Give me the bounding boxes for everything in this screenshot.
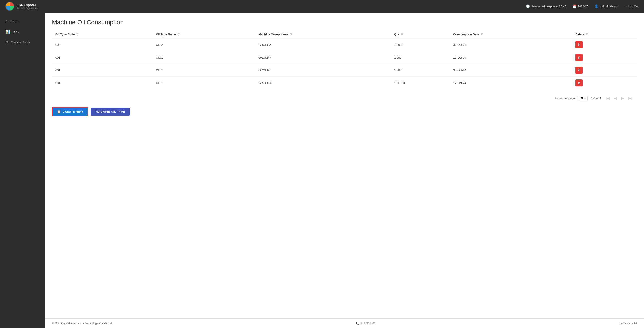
cell-machine-group-name: GROUP2	[255, 38, 391, 51]
create-new-icon: 📋	[57, 110, 61, 113]
logout-label: Log Out	[628, 5, 639, 8]
logo-title: ERP Crystal	[16, 3, 39, 7]
table-row: 001 OIL 1 GROUP 4 100.000 17-Oct-24 🗑	[52, 77, 637, 89]
footer-phone: 9867357300	[360, 322, 376, 325]
col-header-delete: Delete ▽	[572, 30, 637, 38]
footer-tagline: Software is Art	[620, 322, 637, 325]
col-header-oil-type-code: Oil Type Code ▽	[52, 30, 152, 38]
cell-consumption-date: 30-Oct-24	[450, 38, 572, 51]
sidebar-item-label-system-tools: System Tools	[11, 40, 30, 44]
user-label: udit_dprdemo	[600, 5, 618, 8]
gear-icon: ⚙	[5, 40, 8, 44]
logo-icon	[5, 2, 14, 11]
cell-qty: 1.000	[391, 64, 450, 77]
cell-delete: 🗑	[572, 51, 637, 64]
filter-icon-qty[interactable]: ▽	[401, 33, 403, 36]
phone-icon: 📞	[356, 322, 359, 325]
table-row: 002 OIL 2 GROUP2 10.000 30-Oct-24 🗑	[52, 38, 637, 51]
prev-page-button[interactable]: ◀	[613, 95, 618, 101]
cell-oil-type-name: OIL 1	[152, 51, 255, 64]
app-body: ⌂ Prism 📊 DPR ⚙ System Tools Machine Oil…	[0, 12, 644, 328]
cell-oil-type-code: 002	[52, 38, 152, 51]
year-info: 📅 2024-25	[573, 4, 588, 8]
sidebar-item-label-dpr: DPR	[12, 30, 19, 33]
filter-icon-consumption-date[interactable]: ▽	[481, 33, 482, 36]
user-icon: 👤	[594, 4, 598, 8]
year-label: 2024-25	[578, 5, 588, 8]
first-page-button[interactable]: |◀	[605, 95, 611, 101]
col-header-machine-group-name: Machine Group Name ▽	[255, 30, 391, 38]
cell-oil-type-code: 001	[52, 51, 152, 64]
session-info: 🕐 Session will expire at 20:43	[526, 4, 566, 8]
sidebar-item-label-prism: Prism	[10, 19, 18, 23]
cell-oil-type-code: 001	[52, 77, 152, 89]
machine-oil-type-button[interactable]: MACHINE OIL TYPE	[91, 108, 130, 115]
filter-icon-machine-group-name[interactable]: ▽	[290, 33, 292, 36]
last-page-button[interactable]: ▶|	[627, 95, 633, 101]
cell-oil-type-code: 001	[52, 64, 152, 77]
cell-delete: 🗑	[572, 64, 637, 77]
pagination-bar: Rows per page: 10 25 50 1-4 of 4 |◀ ◀ ▶ …	[52, 93, 637, 103]
rows-per-page-select[interactable]: 10 25 50	[578, 96, 588, 101]
cell-qty: 1.000	[391, 51, 450, 64]
sidebar-item-prism[interactable]: ⌂ Prism	[0, 16, 45, 26]
cell-oil-type-name: OIL 1	[152, 77, 255, 89]
filter-icon-delete[interactable]: ▽	[586, 33, 588, 36]
rows-per-page-label: Rows per page:	[556, 96, 576, 100]
cell-qty: 100.000	[391, 77, 450, 89]
cell-machine-group-name: GROUP 4	[255, 64, 391, 77]
app-header: ERP Crystal the best is yet to be.. 🕐 Se…	[0, 0, 644, 12]
main-content: Machine Oil Consumption Oil Type Code ▽	[45, 12, 644, 319]
delete-row-button[interactable]: 🗑	[575, 54, 582, 61]
delete-row-button[interactable]: 🗑	[575, 79, 582, 86]
sidebar-item-system-tools[interactable]: ⚙ System Tools	[0, 37, 45, 47]
create-new-button[interactable]: 📋 CREATE NEW	[52, 107, 88, 116]
filter-icon-oil-type-code[interactable]: ▽	[76, 33, 78, 36]
cell-oil-type-name: OIL 2	[152, 38, 255, 51]
next-page-button[interactable]: ▶	[620, 95, 625, 101]
cell-oil-type-name: OIL 1	[152, 64, 255, 77]
footer-phone-area: 📞 9867357300	[356, 322, 376, 325]
cell-consumption-date: 29-Oct-24	[450, 51, 572, 64]
cell-machine-group-name: GROUP 4	[255, 77, 391, 89]
footer: © 2024 Crystal Information Technology Pr…	[45, 319, 644, 328]
machine-oil-type-label: MACHINE OIL TYPE	[96, 110, 125, 113]
header-meta: 🕐 Session will expire at 20:43 📅 2024-25…	[526, 4, 639, 8]
logout-button[interactable]: → Log Out	[624, 4, 639, 8]
table-row: 001 OIL 1 GROUP 4 1.000 30-Oct-24 🗑	[52, 64, 637, 77]
sidebar: ⌂ Prism 📊 DPR ⚙ System Tools	[0, 12, 45, 328]
table-row: 001 OIL 1 GROUP 4 1.000 29-Oct-24 🗑	[52, 51, 637, 64]
col-header-oil-type-name: Oil Type Name ▽	[152, 30, 255, 38]
calendar-icon: 📅	[573, 4, 576, 8]
oil-consumption-table: Oil Type Code ▽ Oil Type Name ▽	[52, 30, 637, 89]
col-header-qty: Qty ▽	[391, 30, 450, 38]
logo-text: ERP Crystal the best is yet to be..	[16, 3, 39, 9]
page-title: Machine Oil Consumption	[52, 19, 637, 26]
cell-delete: 🗑	[572, 77, 637, 89]
table-header-row: Oil Type Code ▽ Oil Type Name ▽	[52, 30, 637, 38]
user-info: 👤 udit_dprdemo	[594, 4, 618, 8]
logo-area: ERP Crystal the best is yet to be..	[5, 2, 526, 11]
cell-consumption-date: 17-Oct-24	[450, 77, 572, 89]
create-new-label: CREATE NEW	[62, 110, 83, 113]
home-icon: ⌂	[5, 19, 8, 23]
logout-icon: →	[624, 4, 627, 8]
delete-row-button[interactable]: 🗑	[575, 67, 582, 74]
cell-qty: 10.000	[391, 38, 450, 51]
session-label: Session will expire at 20:43	[531, 5, 566, 8]
cell-consumption-date: 30-Oct-24	[450, 64, 572, 77]
logo-subtitle: the best is yet to be..	[16, 7, 39, 9]
cell-delete: 🗑	[572, 38, 637, 51]
delete-row-button[interactable]: 🗑	[575, 41, 582, 48]
chart-icon: 📊	[5, 29, 10, 34]
filter-icon-oil-type-name[interactable]: ▽	[178, 33, 179, 36]
cell-machine-group-name: GROUP 4	[255, 51, 391, 64]
page-info: 1-4 of 4	[591, 96, 601, 100]
clock-icon: 🕐	[526, 4, 530, 8]
action-buttons-area: 📋 CREATE NEW MACHINE OIL TYPE	[52, 103, 637, 120]
main-area: Machine Oil Consumption Oil Type Code ▽	[45, 12, 644, 328]
sidebar-item-dpr[interactable]: 📊 DPR	[0, 26, 45, 37]
footer-copyright: © 2024 Crystal Information Technology Pr…	[52, 322, 112, 325]
col-header-consumption-date: Consumption Date ▽	[450, 30, 572, 38]
